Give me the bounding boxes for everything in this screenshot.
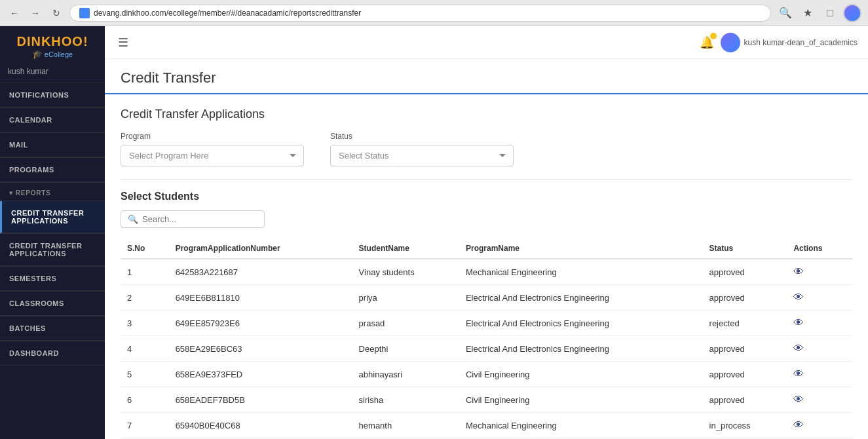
profile-button[interactable]: □	[821, 4, 839, 22]
program-label: Program	[121, 132, 304, 141]
top-user-name: kush kumar-dean_of_academics	[744, 38, 858, 47]
status-select[interactable]: Select Status	[330, 145, 514, 166]
col-sno: S.No	[121, 239, 169, 259]
sidebar-item-credit-transfer-active[interactable]: CREDIT TRANSFER APPLICATIONS	[0, 201, 105, 233]
view-icon[interactable]: 👁	[793, 368, 804, 379]
col-app-number: ProgramApplicationNumber	[169, 239, 352, 259]
cell-status: rejected	[703, 311, 787, 336]
notification-bell[interactable]: 🔔	[700, 35, 714, 50]
cap-icon: 🎓	[32, 49, 43, 59]
sidebar-item-notifications[interactable]: NOTIFICATIONS	[0, 83, 105, 107]
cell-student-name[interactable]: prasad	[352, 311, 459, 336]
cell-status: approved	[703, 387, 787, 413]
hamburger-button[interactable]: ☰	[115, 33, 131, 52]
cell-actions[interactable]: 👁	[787, 413, 852, 438]
view-icon[interactable]: 👁	[793, 343, 804, 354]
sidebar-item-classrooms[interactable]: CLASSROOMS	[0, 292, 105, 316]
reports-label: REPORTS	[16, 189, 51, 197]
cell-app-number: 658EA9E373FED	[169, 362, 352, 387]
page-title: Credit Transfer	[121, 69, 852, 86]
cell-actions[interactable]: 👁	[787, 362, 852, 387]
sidebar-item-batches[interactable]: BATCHES	[0, 316, 105, 341]
table-body: 1 642583A221687 Vinay students Mechanica…	[121, 259, 852, 438]
section-divider	[121, 180, 852, 180]
cell-app-number: 649EE6B811810	[169, 285, 352, 311]
cell-actions[interactable]: 👁	[787, 387, 852, 413]
cell-app-number: 658EADEF7BD5B	[169, 387, 352, 413]
cell-student-name[interactable]: abhinayasri	[352, 362, 459, 387]
cell-sno: 3	[121, 311, 169, 336]
cell-app-number: 649EE857923E6	[169, 311, 352, 336]
table-row: 4 658EA29E6BC63 Deepthi Electrical And E…	[121, 336, 852, 362]
cell-program-name[interactable]: Electrical And Electronics Engineering	[459, 336, 703, 362]
sidebar-item-calendar[interactable]: CALENDAR	[0, 108, 105, 132]
cell-program-name[interactable]: Civil Engineering	[459, 387, 703, 413]
sidebar: DINKHOO! 🎓 eCollege kush kumar NOTIFICAT…	[0, 26, 105, 439]
table-row: 2 649EE6B811810 priya Electrical And Ele…	[121, 285, 852, 311]
view-icon[interactable]: 👁	[793, 317, 804, 328]
content-area: Credit Transfer Applications Program Sel…	[105, 94, 868, 439]
view-icon[interactable]: 👁	[793, 292, 804, 303]
main-content: Credit Transfer Credit Transfer Applicat…	[105, 59, 868, 439]
favicon	[79, 8, 90, 18]
cell-program-name[interactable]: Electrical And Electronics Engineering	[459, 285, 703, 311]
sidebar-item-mail[interactable]: MAIL	[0, 133, 105, 157]
cell-sno[interactable]: 1	[121, 259, 169, 285]
cell-program-name[interactable]: Mechanical Engineering	[459, 259, 703, 285]
col-actions: Actions	[787, 239, 852, 259]
cell-student-name[interactable]: hemanth	[352, 413, 459, 438]
search-browser-button[interactable]: 🔍	[776, 4, 795, 22]
cell-sno: 2	[121, 285, 169, 311]
cell-program-name[interactable]: Mechanical Engineering	[459, 413, 703, 438]
sidebar-reports-header[interactable]: ▾ REPORTS	[0, 183, 105, 201]
table-row: 1 642583A221687 Vinay students Mechanica…	[121, 259, 852, 285]
cell-student-name[interactable]: sirisha	[352, 387, 459, 413]
forward-button[interactable]: →	[28, 5, 43, 21]
cell-actions[interactable]: 👁	[787, 311, 852, 336]
cell-status: approved	[703, 259, 787, 285]
url-bar[interactable]: devang.dinkhoo.com/ecollege/member/#/dea…	[69, 5, 771, 22]
page-header: Credit Transfer	[105, 59, 868, 94]
cell-program-name[interactable]: Electrical And Electronics Engineering	[459, 311, 703, 336]
browser-user-avatar[interactable]	[843, 4, 861, 22]
top-user-info: kush kumar-dean_of_academics	[721, 33, 858, 52]
cell-status: approved	[703, 336, 787, 362]
app-container: DINKHOO! 🎓 eCollege kush kumar NOTIFICAT…	[0, 26, 868, 439]
cell-app-number: 642583A221687	[169, 259, 352, 285]
cell-program-name[interactable]: Civil Engineering	[459, 362, 703, 387]
table-row: 3 649EE857923E6 prasad Electrical And El…	[121, 311, 852, 336]
cell-sno: 5	[121, 362, 169, 387]
cell-status: approved	[703, 362, 787, 387]
sidebar-item-programs[interactable]: PROGRAMS	[0, 158, 105, 182]
status-label: Status	[330, 132, 514, 141]
sidebar-item-credit-transfer-2[interactable]: CREDIT TRANSFER APPLICATIONS	[0, 234, 105, 266]
cell-student-name[interactable]: priya	[352, 285, 459, 311]
cell-student-name[interactable]: Deepthi	[352, 336, 459, 362]
back-button[interactable]: ←	[7, 5, 22, 21]
sidebar-item-dashboard[interactable]: Dashboard	[0, 341, 105, 366]
cell-actions[interactable]: 👁	[787, 336, 852, 362]
logo: DINKHOO! 🎓 eCollege	[0, 26, 105, 64]
browser-chrome: ← → ↻ devang.dinkhoo.com/ecollege/member…	[0, 0, 868, 26]
refresh-button[interactable]: ↻	[48, 5, 64, 21]
table-row: 7 65940B0E40C68 hemanth Mechanical Engin…	[121, 413, 852, 438]
logo-main-text: DINKHOO!	[7, 34, 98, 49]
col-program-name: ProgramName	[459, 239, 703, 259]
cell-student-name[interactable]: Vinay students	[352, 259, 459, 285]
chevron-down-icon: ▾	[9, 189, 13, 197]
search-icon: 🔍	[128, 214, 138, 224]
view-icon[interactable]: 👁	[793, 266, 804, 277]
view-icon[interactable]: 👁	[793, 394, 804, 405]
bookmark-button[interactable]: ★	[799, 4, 817, 22]
cell-actions[interactable]: 👁	[787, 285, 852, 311]
search-bar[interactable]: 🔍	[121, 210, 265, 228]
cell-actions[interactable]: 👁	[787, 259, 852, 285]
sidebar-item-semesters[interactable]: SEMESTERS	[0, 267, 105, 291]
students-section-title: Select Students	[121, 191, 852, 202]
cell-status: in_process	[703, 413, 787, 438]
search-input[interactable]	[142, 214, 257, 224]
browser-action-buttons: 🔍 ★ □	[776, 4, 861, 22]
top-nav-right: 🔔 kush kumar-dean_of_academics	[700, 33, 858, 52]
view-icon[interactable]: 👁	[793, 419, 804, 430]
program-select[interactable]: Select Program Here	[121, 145, 304, 166]
